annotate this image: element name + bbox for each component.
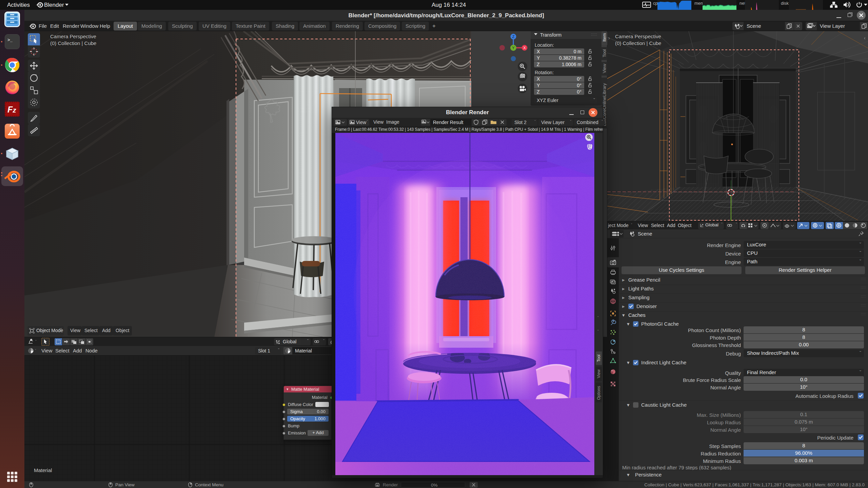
svg-text:Y: Y xyxy=(512,46,515,50)
svg-text:X: X xyxy=(523,46,526,50)
svg-text:Z: Z xyxy=(512,35,515,39)
